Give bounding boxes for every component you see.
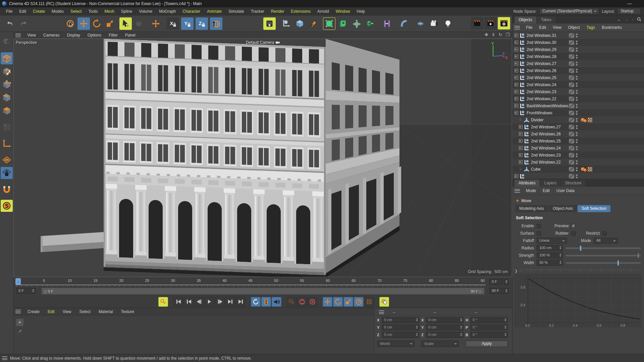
- pan-view-icon[interactable]: ✥: [485, 32, 488, 37]
- menu-volume[interactable]: Volume: [136, 8, 156, 15]
- material-menu-material[interactable]: Material: [95, 309, 117, 315]
- search-icon[interactable]: [637, 17, 641, 21]
- menu-tracker[interactable]: Tracker: [248, 8, 268, 15]
- coord-value-field[interactable]: 0 cm: [382, 324, 419, 330]
- material-menu-texture[interactable]: Texture: [117, 309, 138, 315]
- range-start-field[interactable]: 0 F: [16, 288, 36, 294]
- lock-z-button[interactable]: Z: [196, 17, 208, 30]
- om-menu-object[interactable]: Object: [565, 24, 583, 31]
- stepper-icon[interactable]: [505, 289, 507, 292]
- visibility-dots-icon[interactable]: [576, 160, 578, 164]
- play-button[interactable]: [205, 297, 214, 307]
- menu-mesh[interactable]: Mesh: [101, 8, 117, 15]
- tweak-mode-button[interactable]: [1, 121, 13, 133]
- coordinates-menu-icon[interactable]: [379, 310, 384, 314]
- material-menu-select[interactable]: Select: [75, 309, 95, 315]
- axis-object-button[interactable]: [280, 17, 292, 30]
- object-row[interactable]: +2nd Windows.26: [513, 130, 644, 137]
- viewport[interactable]: Perspective Default Camera Grid Spacing …: [13, 39, 512, 277]
- object-row[interactable]: +2nd Windows.27: [513, 123, 644, 130]
- width-field[interactable]: 50 %: [537, 260, 563, 266]
- expand-curve-icon[interactable]: ❯: [515, 269, 518, 273]
- viewport-menu-view[interactable]: View: [23, 32, 40, 38]
- render-view-clapper-button[interactable]: [471, 17, 483, 29]
- forward-arrow-icon[interactable]: →: [625, 17, 629, 22]
- tab-structure[interactable]: Structure: [561, 180, 586, 187]
- light-button[interactable]: [442, 17, 454, 30]
- viewport-menu-filter[interactable]: Filter: [105, 32, 121, 38]
- timeline-ruler[interactable]: 0 051015202530354045505560657075808590 0…: [13, 277, 512, 287]
- goto-end-button[interactable]: [236, 297, 246, 307]
- expand-icon[interactable]: +: [515, 34, 518, 37]
- attr-menu-user-data[interactable]: User Data: [553, 188, 578, 194]
- enable-toggle-icon[interactable]: [569, 33, 574, 38]
- enable-toggle-icon[interactable]: [569, 97, 574, 101]
- attr-menu-edit[interactable]: Edit: [539, 188, 553, 194]
- expand-icon[interactable]: +: [515, 62, 518, 65]
- strength-slider[interactable]: [566, 255, 641, 256]
- attribute-menu-icon[interactable]: [515, 189, 520, 193]
- show-frames-button[interactable]: [261, 297, 271, 307]
- visibility-dots-icon[interactable]: [576, 139, 578, 143]
- enable-checkbox[interactable]: [537, 224, 541, 228]
- minimize-button[interactable]: —: [625, 0, 635, 7]
- menu-mograph[interactable]: MoGraph: [156, 8, 179, 15]
- material-tag-icon[interactable]: [584, 169, 587, 172]
- polygons-mode-button[interactable]: [1, 105, 13, 117]
- snap-magnet-button[interactable]: [1, 183, 13, 195]
- lock-x-button[interactable]: X: [167, 17, 179, 30]
- om-menu-file[interactable]: File: [523, 24, 536, 31]
- enable-toggle-icon[interactable]: [569, 89, 574, 94]
- key-scale-button[interactable]: [343, 297, 353, 307]
- object-row[interactable]: +2nd Windows.24: [513, 144, 644, 152]
- radius-slider[interactable]: [566, 247, 641, 249]
- scale-tool-button[interactable]: [104, 17, 116, 30]
- key-position-button[interactable]: [323, 297, 332, 307]
- tool-tab-object-axis[interactable]: Object Axis: [549, 205, 577, 212]
- visibility-dots-icon[interactable]: [576, 34, 578, 38]
- menu-extensions[interactable]: Extensions: [287, 8, 314, 15]
- object-row[interactable]: +2nd Windows.24: [513, 81, 644, 88]
- visibility-dots-icon[interactable]: [576, 174, 578, 178]
- range-end-field[interactable]: 90 F: [489, 288, 509, 294]
- enable-toggle-icon[interactable]: [569, 167, 574, 172]
- object-row[interactable]: +2nd Windows.30: [513, 39, 644, 46]
- visibility-dots-icon[interactable]: [576, 125, 578, 129]
- bend-deformer-button[interactable]: [398, 17, 410, 30]
- snap-settings-button[interactable]: S: [1, 200, 13, 212]
- expand-icon[interactable]: +: [515, 76, 518, 79]
- visibility-dots-icon[interactable]: [576, 48, 578, 52]
- enable-toggle-icon[interactable]: [569, 146, 574, 150]
- expand-icon[interactable]: +: [519, 153, 523, 157]
- material-tag-icon[interactable]: [584, 119, 587, 122]
- surface-checkbox[interactable]: [537, 231, 541, 236]
- tab-takes[interactable]: Takes: [537, 16, 555, 23]
- stepper-icon[interactable]: [504, 333, 506, 336]
- enable-toggle-icon[interactable]: [569, 75, 574, 80]
- stepper-icon[interactable]: [32, 289, 34, 292]
- stepper-icon[interactable]: [559, 253, 561, 257]
- falloff-curve-graph[interactable]: 0.80.40.00.20.40.60.8: [514, 274, 641, 327]
- expand-icon[interactable]: +: [519, 146, 523, 150]
- next-frame-button[interactable]: [215, 297, 225, 307]
- strength-field[interactable]: 100 %: [537, 252, 563, 258]
- stepper-icon[interactable]: [460, 318, 462, 321]
- zoom-view-icon[interactable]: ⇕: [492, 32, 495, 37]
- visibility-dots-icon[interactable]: [576, 62, 578, 66]
- loop-mode-button[interactable]: [251, 297, 261, 307]
- menu-simulate[interactable]: Simulate: [225, 8, 248, 15]
- goto-start-button[interactable]: [173, 297, 183, 307]
- coord-value-field[interactable]: 0 cm: [426, 317, 464, 323]
- play-sound-button[interactable]: [272, 297, 281, 307]
- visibility-dots-icon[interactable]: [576, 55, 578, 59]
- edges-mode-button[interactable]: [1, 92, 13, 104]
- add-material-button[interactable]: +: [16, 319, 23, 326]
- object-row[interactable]: └Cube: [513, 166, 644, 173]
- coord-value-field[interactable]: 0 cm: [426, 324, 464, 330]
- coord-value-field[interactable]: 0 cm: [382, 317, 419, 323]
- expand-icon[interactable]: +: [515, 174, 518, 178]
- snap-grid-button[interactable]: [1, 154, 13, 166]
- object-row[interactable]: +2nd Windows.23: [513, 88, 644, 95]
- pen-spline-button[interactable]: [307, 17, 320, 30]
- render-view-button[interactable]: [263, 17, 276, 30]
